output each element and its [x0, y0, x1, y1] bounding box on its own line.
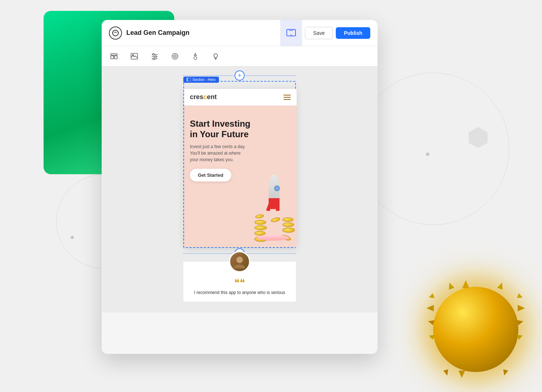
svg-point-10: [153, 53, 155, 55]
rocket-fin-left: [266, 200, 270, 211]
quote-section-wrapper: ❝❝ I recommend this app to anyone who is…: [183, 262, 296, 302]
bg-circle-large: [357, 73, 509, 225]
hamburger-line-2: [284, 97, 291, 98]
svg-rect-22: [187, 78, 188, 81]
quote-marks: ❝❝: [189, 278, 290, 288]
widget-icon[interactable]: [190, 51, 200, 61]
toolbar: [102, 46, 378, 66]
section-label-icon: [187, 78, 191, 81]
image-icon[interactable]: [129, 51, 139, 61]
section-wrapper: Section - Hero crescent: [183, 81, 296, 248]
coin-scattered-1: [271, 218, 280, 222]
svg-rect-5: [111, 56, 114, 59]
section-label-text: Section - Hero: [192, 78, 216, 82]
coin-scattered-3: [255, 215, 264, 218]
hero-illustration: [228, 138, 297, 247]
bg-dot-1: [426, 152, 429, 156]
hamburger-menu[interactable]: [284, 95, 291, 100]
preview-navbar: crescent: [184, 89, 297, 106]
sliders-icon[interactable]: [150, 51, 160, 61]
bulb-icon[interactable]: [211, 51, 221, 61]
quote-avatar: [229, 251, 250, 272]
app-logo: [109, 26, 122, 40]
section-label: Section - Hero: [183, 77, 219, 83]
svg-point-23: [236, 257, 243, 263]
section-label-wrapper: Section - Hero: [183, 76, 219, 83]
hero-title: Start Investing in Your Future: [190, 119, 250, 140]
section-dashed-border: crescent Start Investing in Your: [183, 81, 296, 248]
hero-section: Start Investing in Your Future Invest ju…: [184, 106, 297, 247]
campaign-title: Lead Gen Campaign: [126, 29, 280, 37]
hamburger-line-1: [284, 95, 291, 95]
mobile-preview: crescent Start Investing in Your: [184, 89, 297, 247]
hero-cta-button[interactable]: Get Started: [190, 169, 231, 181]
svg-point-0: [113, 30, 118, 36]
publish-button[interactable]: Publish: [336, 27, 370, 39]
svg-rect-4: [111, 54, 117, 55]
columns-icon[interactable]: [109, 51, 119, 61]
svg-rect-6: [114, 56, 117, 59]
canvas-container: + Section - Hero: [183, 70, 296, 302]
top-bar-actions: Save Publish: [280, 20, 370, 46]
device-toggle[interactable]: [280, 20, 302, 46]
coin-stack-right: [282, 217, 295, 233]
svg-point-17: [175, 56, 176, 57]
top-bar: Lead Gen Campaign Save Publish: [102, 20, 378, 46]
editor-window: Lead Gen Campaign Save Publish: [102, 20, 378, 354]
preview-logo: crescent: [190, 93, 217, 101]
add-section-top-button[interactable]: +: [235, 70, 245, 81]
target-icon[interactable]: [170, 51, 180, 61]
avatar-person-icon: [232, 254, 247, 269]
save-button[interactable]: Save: [305, 27, 333, 39]
canvas-area: + Section - Hero: [102, 66, 378, 313]
bg-dot-2: [71, 236, 74, 239]
svg-point-18: [194, 57, 197, 60]
hamburger-line-3: [284, 99, 291, 100]
rocket: [266, 175, 282, 218]
tablet-icon: [285, 27, 297, 39]
quote-text: I recommend this app to anyone who is se…: [189, 289, 290, 296]
rocket-window: [274, 185, 280, 191]
svg-point-2: [290, 34, 292, 35]
svg-point-12: [155, 56, 157, 57]
bg-gold-orb: [433, 287, 518, 372]
svg-point-14: [153, 58, 155, 60]
